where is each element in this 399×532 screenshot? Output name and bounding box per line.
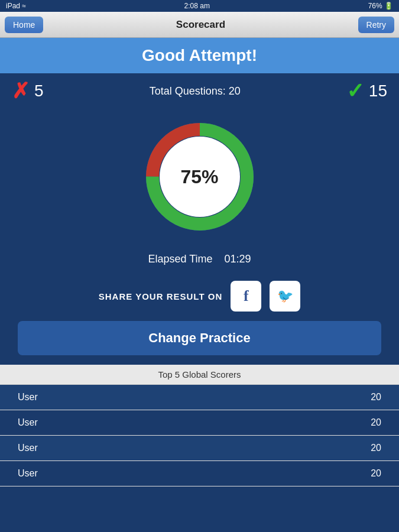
donut-center: 75% — [180, 166, 218, 188]
status-bar-time: 2:08 am — [184, 2, 210, 10]
scorer-name: User — [18, 392, 38, 403]
attempt-banner: Good Attempt! — [0, 38, 399, 73]
scorer-row: User20 — [0, 461, 399, 486]
scorers-header: Top 5 Global Scorers — [0, 365, 399, 385]
wrong-count: 5 — [34, 82, 44, 100]
change-practice-button[interactable]: Change Practice — [18, 321, 381, 355]
chart-container: 75% — [0, 109, 399, 251]
status-bar: iPad ≈ 2:08 am 76% 🔋 — [0, 0, 399, 12]
scorer-score: 20 — [371, 468, 381, 479]
home-button[interactable]: Home — [5, 17, 43, 33]
elapsed-label: Elapsed Time — [148, 253, 212, 265]
attempt-text: Good Attempt! — [142, 46, 257, 64]
facebook-icon: f — [244, 287, 249, 305]
status-bar-right: 76% 🔋 — [368, 2, 393, 10]
elapsed-time-row: Elapsed Time 01:29 — [0, 251, 399, 276]
retry-button[interactable]: Retry — [358, 17, 394, 33]
scorers-list: User20User20User20User20 — [0, 385, 399, 486]
facebook-button[interactable]: f — [231, 281, 261, 312]
total-questions-label: Total Questions: 20 — [56, 85, 335, 98]
scorer-score: 20 — [371, 392, 381, 403]
scorer-score: 20 — [371, 417, 381, 428]
correct-icon: ✓ — [346, 80, 364, 102]
scorer-name: User — [18, 417, 38, 428]
nav-bar: Home Scorecard Retry — [0, 12, 399, 38]
share-row: SHARE YOUR RESULT ON f 🐦 — [0, 276, 399, 321]
wrong-icon: ✗ — [12, 80, 30, 102]
share-label: SHARE YOUR RESULT ON — [99, 291, 222, 301]
scorer-row: User20 — [0, 436, 399, 461]
correct-count: 15 — [369, 82, 387, 100]
elapsed-time: 01:29 — [225, 253, 251, 265]
twitter-icon: 🐦 — [277, 288, 293, 304]
scorer-name: User — [18, 468, 38, 479]
scorer-name: User — [18, 443, 38, 453]
nav-title: Scorecard — [176, 19, 225, 31]
scorer-row: User20 — [0, 385, 399, 410]
scorer-row: User20 — [0, 410, 399, 436]
status-bar-left: iPad ≈ — [6, 2, 26, 10]
scorers-section: Top 5 Global Scorers User20User20User20U… — [0, 365, 399, 486]
scorer-score: 20 — [371, 443, 381, 453]
donut-chart: 75% — [138, 115, 262, 239]
donut-percent-text: 75% — [180, 166, 218, 187]
score-row: ✗ 5 Total Questions: 20 ✓ 15 — [0, 73, 399, 109]
twitter-button[interactable]: 🐦 — [270, 281, 300, 312]
